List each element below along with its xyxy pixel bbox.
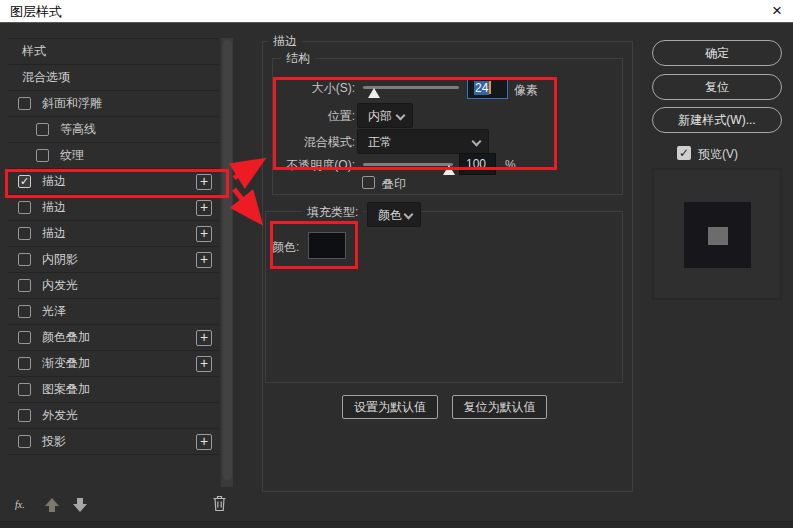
sidebar-item-8[interactable]: 内阴影+ (8, 247, 219, 273)
ok-button[interactable]: 确定 (652, 40, 782, 66)
reset-button[interactable]: 复位 (652, 74, 782, 100)
sidebar-item-3[interactable]: 等高线 (8, 117, 219, 143)
sidebar-item-1[interactable]: 混合选项 (8, 65, 219, 91)
delete-trash-icon[interactable] (212, 495, 227, 516)
stroke-panel-title: 描边 (268, 34, 302, 48)
opacity-label: 不透明度(O): (266, 158, 355, 172)
dialog-bottom-edge (0, 521, 793, 528)
move-down-icon[interactable] (72, 498, 88, 514)
sidebar-item-label: 描边 (42, 195, 66, 220)
unchecked-checkbox[interactable] (18, 409, 31, 422)
unchecked-checkbox[interactable] (18, 279, 31, 292)
opacity-unit-label: % (505, 158, 516, 172)
scrollbar-thumb[interactable] (223, 40, 232, 480)
sidebar-item-0[interactable]: 样式 (8, 39, 219, 65)
unchecked-checkbox[interactable] (18, 357, 31, 370)
close-icon[interactable]: × (772, 0, 782, 22)
sidebar-item-label: 等高线 (60, 117, 96, 142)
sidebar-item-7[interactable]: 描边+ (8, 221, 219, 247)
fill-type-dropdown[interactable]: 颜色 (367, 202, 421, 227)
sidebar-item-label: 内发光 (42, 273, 78, 298)
unchecked-checkbox[interactable] (18, 305, 31, 318)
sidebar-item-label: 混合选项 (22, 65, 70, 90)
unchecked-checkbox[interactable] (36, 123, 49, 136)
unchecked-checkbox[interactable] (18, 201, 31, 214)
size-input[interactable]: 24 (467, 77, 508, 99)
sidebar-item-label: 图案叠加 (42, 377, 90, 402)
move-up-icon[interactable] (44, 498, 60, 514)
sidebar-item-label: 光泽 (42, 299, 66, 324)
sidebar-item-label: 内阴影 (42, 247, 78, 272)
unchecked-checkbox[interactable] (18, 435, 31, 448)
duplicate-effect-plus-button[interactable]: + (196, 330, 212, 346)
sidebar-item-14[interactable]: 外发光 (8, 403, 219, 429)
structure-group-title: 结构 (281, 51, 315, 65)
text-caret (489, 81, 491, 94)
unchecked-checkbox[interactable] (18, 331, 31, 344)
sidebar-item-2[interactable]: 斜面和浮雕 (8, 91, 219, 117)
color-swatch[interactable] (308, 232, 346, 259)
duplicate-effect-plus-button[interactable]: + (196, 356, 212, 372)
preview-inner-square (708, 227, 728, 245)
sidebar-item-label: 斜面和浮雕 (42, 91, 102, 116)
sidebar-item-15[interactable]: 投影+ (8, 429, 219, 455)
dialog-title: 图层样式 (10, 0, 62, 23)
sidebar-item-13[interactable]: 图案叠加 (8, 377, 219, 403)
duplicate-effect-plus-button[interactable]: + (196, 226, 212, 242)
sidebar-item-11[interactable]: 颜色叠加+ (8, 325, 219, 351)
opacity-input[interactable]: 100 (459, 153, 496, 175)
unchecked-checkbox[interactable] (18, 383, 31, 396)
overprint-label: 叠印 (382, 176, 406, 193)
preview-label: 预览(V) (698, 146, 738, 163)
sidebar-item-9[interactable]: 内发光 (8, 273, 219, 299)
color-label: 颜色: (272, 239, 299, 256)
new-style-button[interactable]: 新建样式(W)... (652, 107, 782, 133)
opacity-slider-thumb[interactable] (443, 165, 455, 175)
sidebar-item-label: 外发光 (42, 403, 78, 428)
sidebar-item-label: 投影 (42, 429, 66, 454)
position-value: 内部 (368, 104, 392, 128)
sidebar-item-4[interactable]: 纹理 (8, 143, 219, 169)
checked-checkbox[interactable]: ✓ (18, 175, 31, 188)
duplicate-effect-plus-button[interactable]: + (196, 174, 212, 190)
sidebar-item-label: 渐变叠加 (42, 351, 90, 376)
overprint-checkbox[interactable] (362, 176, 375, 189)
style-preview-thumbnail (652, 168, 782, 300)
preview-checkbox[interactable]: ✓ (677, 146, 691, 160)
set-default-button[interactable]: 设置为默认值 (342, 395, 438, 419)
position-label: 位置: (266, 109, 355, 123)
duplicate-effect-plus-button[interactable]: + (196, 200, 212, 216)
blend-mode-label: 混合模式: (266, 135, 355, 149)
sidebar-item-label: 描边 (42, 169, 66, 194)
blend-mode-dropdown[interactable]: 正常 (357, 129, 489, 154)
unchecked-checkbox[interactable] (18, 97, 31, 110)
blend-mode-value: 正常 (368, 130, 392, 154)
sidebar-item-label: 颜色叠加 (42, 325, 90, 350)
sidebar-item-12[interactable]: 渐变叠加+ (8, 351, 219, 377)
title-bar: 图层样式 × (0, 0, 793, 23)
position-dropdown[interactable]: 内部 (357, 103, 413, 128)
duplicate-effect-plus-button[interactable]: + (196, 252, 212, 268)
sidebar-item-6[interactable]: 描边+ (8, 195, 219, 221)
annotation-arrow-to-structure (234, 163, 258, 178)
unchecked-checkbox[interactable] (18, 253, 31, 266)
styles-list: 样式混合选项斜面和浮雕等高线纹理✓描边+描边+描边+内阴影+内发光光泽颜色叠加+… (8, 38, 219, 455)
size-label: 大小(S): (266, 81, 355, 95)
size-slider-thumb[interactable] (368, 88, 380, 98)
sidebar-scrollbar[interactable] (220, 38, 233, 487)
fx-icon[interactable]: fx. (15, 495, 25, 512)
duplicate-effect-plus-button[interactable]: + (196, 434, 212, 450)
unchecked-checkbox[interactable] (36, 149, 49, 162)
fill-type-label: 填充类型: (302, 205, 363, 219)
sidebar-item-label: 描边 (42, 221, 66, 246)
chevron-down-icon (404, 210, 414, 220)
fill-type-value: 颜色 (378, 203, 402, 227)
sidebar-item-5[interactable]: ✓描边+ (8, 169, 219, 195)
size-unit-label: 像素 (514, 82, 538, 99)
opacity-slider-track[interactable] (363, 163, 453, 166)
unchecked-checkbox[interactable] (18, 227, 31, 240)
sidebar-item-10[interactable]: 光泽 (8, 299, 219, 325)
reset-default-button[interactable]: 复位为默认值 (452, 395, 547, 419)
sidebar-item-label: 样式 (22, 39, 46, 64)
annotation-arrow-to-color (234, 189, 257, 218)
